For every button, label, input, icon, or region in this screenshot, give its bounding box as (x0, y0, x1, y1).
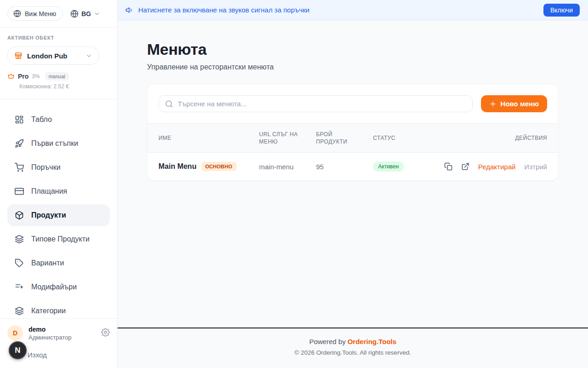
sidebar-item-label: Плащания (31, 187, 67, 196)
sidebar-item-categories[interactable]: Категории (7, 300, 110, 318)
sidebar-item-label: Категории (31, 307, 66, 315)
tag-icon (15, 259, 24, 268)
row-actions: Редактирай Изтрий (428, 162, 547, 171)
sidebar-top-bar: Виж Меню BG (0, 0, 117, 28)
table-row: Main Menu ОСНОВНО main-menu 95 Активен (147, 153, 558, 180)
user-role: Администратор (28, 334, 72, 341)
crown-icon (7, 73, 15, 80)
sidebar-nav: Табло Първи стъпки Поръчки Плащания Прод… (0, 99, 117, 318)
menu-slug: main-menu (259, 163, 316, 171)
commission-label: Комисионна: 2.52 € (19, 83, 110, 90)
active-object-label: АКТИВЕН ОБЕКТ (7, 35, 110, 40)
main-area: Натиснете за включване на звуков сигнал … (118, 0, 588, 368)
open-external-button[interactable] (461, 162, 469, 171)
logout-label: Изход (28, 351, 47, 359)
enable-sound-button[interactable]: Включи (543, 4, 580, 17)
sidebar-item-modifiers[interactable]: Модифайъри (7, 276, 110, 298)
sidebar-item-dashboard[interactable]: Табло (7, 109, 110, 131)
view-menu-button[interactable]: Виж Меню (7, 6, 63, 21)
store-icon (14, 52, 23, 60)
menu-product-count: 95 (316, 163, 373, 171)
page-subtitle: Управление на ресторантски менюта (147, 63, 559, 71)
menu-name-cell: Main Menu ОСНОВНО (158, 162, 259, 171)
layers-icon (15, 306, 24, 316)
dashboard-icon (15, 115, 24, 124)
chevron-down-icon (94, 11, 100, 17)
language-code: BG (81, 10, 91, 17)
copy-button[interactable] (444, 162, 452, 171)
copy-icon (444, 162, 452, 171)
column-header-status: СТАТУС (373, 134, 428, 142)
new-menu-button[interactable]: Ново меню (481, 95, 547, 112)
page-title: Менюта (147, 40, 559, 58)
menus-card: Ново меню ИМЕ URL СЛЪГ НА МЕНЮ БРОЙ ПРОД… (147, 84, 559, 181)
active-object-section: АКТИВЕН ОБЕКТ London Pub Pro 3% manual К… (0, 28, 117, 99)
sidebar-item-label: Продукти (31, 211, 66, 219)
chevron-down-icon (85, 52, 92, 59)
table-header-row: ИМЕ URL СЛЪГ НА МЕНЮ БРОЙ ПРОДУКТИ СТАТУ… (147, 123, 558, 153)
sidebar-item-label: Табло (31, 115, 52, 124)
plan-percent: 3% (32, 73, 40, 80)
layers-icon (15, 235, 24, 244)
plus-icon (489, 100, 497, 108)
sound-banner: Натиснете за включване на звуков сигнал … (118, 0, 588, 20)
plan-name: Pro (18, 73, 28, 80)
user-info: demo Администратор (28, 326, 72, 341)
user-name: demo (28, 326, 72, 333)
sidebar-item-label: Първи стъпки (31, 139, 78, 148)
sidebar-item-products[interactable]: Продукти (7, 204, 110, 226)
sound-banner-message[interactable]: Натиснете за включване на звуков сигнал … (125, 6, 310, 14)
sidebar-item-orders[interactable]: Поръчки (7, 156, 110, 178)
list-plus-icon (15, 282, 24, 292)
user-section: D demo Администратор (0, 318, 117, 345)
nextjs-dev-badge[interactable]: N (9, 341, 27, 359)
status-badge: Активен (373, 161, 404, 172)
globe-icon (13, 10, 21, 17)
menu-status-cell: Активен (373, 161, 428, 172)
sidebar-item-variants[interactable]: Варианти (7, 252, 110, 274)
brand-link[interactable]: Ordering.Tools (347, 338, 396, 345)
column-header-name: ИМЕ (158, 134, 259, 142)
venue-name: London Pub (27, 52, 67, 60)
language-selector[interactable]: BG (70, 10, 100, 18)
settings-button[interactable] (101, 328, 110, 339)
sidebar-item-first-steps[interactable]: Първи стъпки (7, 132, 110, 155)
sidebar-item-product-types[interactable]: Типове Продукти (7, 228, 110, 250)
external-link-icon (461, 162, 469, 171)
view-menu-label: Виж Меню (25, 10, 56, 17)
search-icon (165, 100, 173, 108)
rocket-icon (15, 139, 24, 148)
plan-mode-badge: manual (45, 72, 69, 80)
column-header-actions: ДЕЙСТВИЯ (428, 134, 547, 142)
delete-link[interactable]: Изтрий (524, 163, 547, 171)
venue-select[interactable]: London Pub (7, 46, 99, 65)
globe-icon (70, 10, 79, 18)
copyright: © 2026 Ordering.Tools. All rights reserv… (118, 349, 588, 356)
card-toolbar: Ново меню (147, 84, 558, 123)
primary-menu-badge: ОСНОВНО (201, 162, 237, 171)
sidebar-item-label: Модифайъри (31, 283, 77, 291)
edit-link[interactable]: Редактирай (478, 163, 516, 171)
gear-icon (101, 328, 110, 337)
sidebar-item-payments[interactable]: Плащания (7, 180, 110, 202)
footer: Powered byOrdering.Tools © 2026 Ordering… (118, 328, 588, 368)
sound-banner-text: Натиснете за включване на звуков сигнал … (138, 6, 310, 14)
package-icon (15, 211, 24, 220)
powered-by: Powered byOrdering.Tools (118, 338, 588, 345)
search-input[interactable] (178, 100, 466, 108)
sidebar-item-label: Поръчки (31, 163, 61, 172)
app-root: Виж Меню BG АКТИВЕН ОБЕКТ London Pub Pro… (0, 0, 588, 368)
column-header-slug: URL СЛЪГ НА МЕНЮ (259, 131, 316, 145)
sidebar: Виж Меню BG АКТИВЕН ОБЕКТ London Pub Pro… (0, 0, 118, 368)
cart-icon (15, 163, 24, 172)
search-input-wrapper (158, 95, 473, 112)
new-menu-label: Ново меню (500, 100, 539, 108)
sidebar-item-label: Типове Продукти (31, 235, 90, 243)
avatar: D (7, 325, 23, 341)
menu-name: Main Menu (158, 162, 197, 171)
plan-row: Pro 3% manual (7, 72, 110, 80)
powered-by-label: Powered by (309, 338, 345, 345)
page-content: Менюта Управление на ресторантски менюта… (118, 20, 588, 328)
sidebar-item-label: Варианти (31, 259, 64, 267)
column-header-count: БРОЙ ПРОДУКТИ (316, 131, 373, 145)
